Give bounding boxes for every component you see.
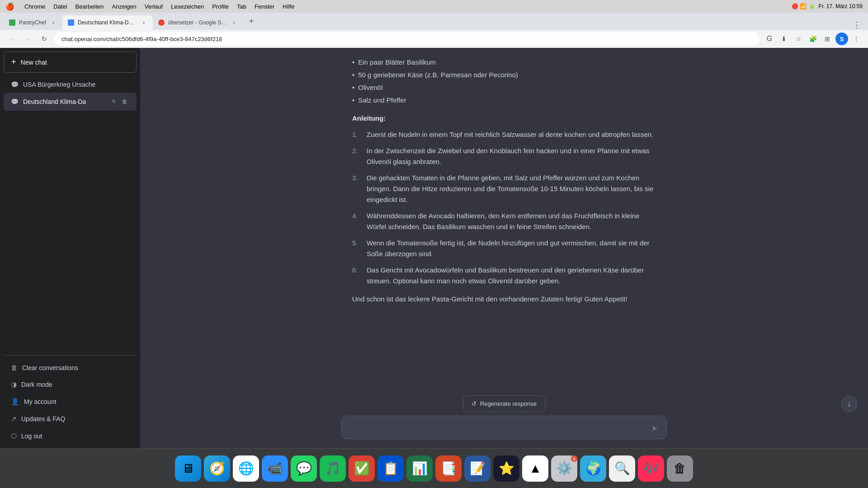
new-chat-button[interactable]: + New chat (4, 52, 137, 73)
chat-title-klima: Deutschland Klima-Da (23, 98, 105, 105)
dock-chrome[interactable]: 🌐 (233, 455, 259, 482)
dock-spotlight[interactable]: 🔍 (609, 455, 635, 482)
list-item: Salz und Pfeffer (352, 95, 656, 106)
step-num-5: 5. (352, 238, 361, 249)
menu-anzeigen[interactable]: Anzeigen (112, 3, 137, 10)
step-2: 2. In der Zwischenzeit die Zwiebel und d… (352, 145, 656, 167)
tab-close-google[interactable]: × (231, 19, 238, 26)
dock-zoom[interactable]: 📹 (262, 455, 288, 482)
step-text-5: Wenn die Tomatensoße fertig ist, die Nud… (367, 238, 656, 259)
updates-faq-button[interactable]: ↗ Updates & FAQ (4, 410, 137, 427)
menu-bearbeiten[interactable]: Bearbeiten (75, 3, 104, 10)
back-button[interactable]: ← (5, 33, 18, 45)
step-num-4: 4. (352, 211, 361, 221)
edit-chat-button[interactable]: ✎ (109, 97, 118, 106)
dock-system-preferences[interactable]: ⚙️ 1 (551, 455, 577, 482)
step-num-1: 1. (352, 129, 361, 140)
dock-todoist[interactable]: ✅ (349, 455, 375, 482)
grid-icon[interactable]: ⊞ (821, 33, 834, 45)
chat-area: Ein paar Blätter Basilikum 50 g gerieben… (140, 48, 868, 448)
section-title-anleitung: Anleitung: (352, 113, 656, 124)
scroll-to-bottom-button[interactable]: ↓ (841, 396, 857, 412)
tab-klima[interactable]: Deutschland Klima-Daten. × (62, 15, 153, 30)
dock-whatsapp[interactable]: 💬 (291, 455, 317, 482)
profile-button[interactable]: S (835, 33, 848, 45)
steps-list: 1. Zuerst die Nudeln in einem Topf mit r… (352, 129, 656, 286)
step-1: 1. Zuerst die Nudeln in einem Topf mit r… (352, 129, 656, 140)
dock-trello[interactable]: 📋 (377, 455, 404, 482)
chat-messages[interactable]: Ein paar Blätter Basilikum 50 g gerieben… (140, 48, 868, 390)
forward-button[interactable]: → (22, 33, 34, 45)
dock-spotify[interactable]: 🎵 (320, 455, 346, 482)
delete-chat-button[interactable]: 🗑 (120, 97, 129, 106)
dock-trash[interactable]: 🗑 (667, 455, 693, 482)
list-item: Ein paar Blätter Basilikum (352, 57, 656, 68)
new-tab-button[interactable]: + (245, 15, 258, 28)
extension-icon[interactable]: 🧩 (807, 33, 819, 45)
scroll-down-icon: ↓ (847, 400, 851, 408)
input-area: ↺ Regenerate response ➤ (140, 390, 868, 448)
apple-logo[interactable]: 🍎 (5, 2, 14, 11)
send-button[interactable]: ➤ (647, 421, 661, 436)
chat-input[interactable] (341, 416, 667, 439)
dark-mode-icon: ◑ (11, 380, 17, 389)
dock-excel[interactable]: 📊 (406, 455, 433, 482)
menu-dots-icon[interactable]: ⋮ (850, 33, 863, 45)
chat-item-klima[interactable]: 💬 Deutschland Klima-Da ✎ 🗑 (4, 93, 137, 111)
address-bar: ← → ↻ chat.openai.com/chat/c506dfd6-4f9a… (0, 30, 868, 48)
dock-badge-settings: 1 (571, 455, 577, 462)
tab-title-pantry: PantryChef (19, 19, 46, 26)
message-content: Ein paar Blätter Basilikum 50 g gerieben… (341, 57, 667, 305)
clear-conversations-button[interactable]: 🗑 Clear conversations (4, 359, 137, 376)
dock-star-app[interactable]: ⭐ (493, 455, 519, 482)
dock-word[interactable]: 📝 (464, 455, 491, 482)
browser-chrome: PantryChef × Deutschland Klima-Daten. × … (0, 13, 868, 48)
tab-pantry-chef[interactable]: PantryChef × (4, 15, 62, 30)
menu-datei[interactable]: Datei (53, 3, 67, 10)
star-icon[interactable]: ☆ (792, 33, 805, 45)
tab-menu-button[interactable]: ⋮ (853, 20, 864, 30)
reload-button[interactable]: ↻ (38, 33, 51, 45)
google-icon[interactable]: G (763, 33, 776, 45)
dock-powerpoint[interactable]: 📑 (435, 455, 462, 482)
address-bar-actions: G ⬇ ☆ 🧩 ⊞ S ⋮ (763, 33, 863, 45)
dock-music[interactable]: 🎶 (638, 455, 664, 482)
menu-profile[interactable]: Profile (212, 3, 229, 10)
tab-close-pantry[interactable]: × (50, 19, 57, 26)
system-icons: 🔴 📶 🔋 (792, 3, 815, 9)
dock-safari[interactable]: 🧭 (204, 455, 230, 482)
dock-globe[interactable]: 🌍 (580, 455, 606, 482)
step-text-2: In der Zwischenzeit die Zwiebel und den … (367, 145, 656, 167)
dock-drive[interactable]: ▲ (522, 455, 548, 482)
menu-verlauf[interactable]: Verlauf (145, 3, 163, 10)
step-text-3: Die gehackten Tomaten in die Pfanne gebe… (367, 173, 656, 205)
menu-bar: 🍎 Chrome Datei Bearbeiten Anzeigen Verla… (0, 0, 868, 13)
chat-icon-klima: 💬 (11, 98, 19, 105)
menu-chrome[interactable]: Chrome (24, 3, 45, 10)
dark-mode-button[interactable]: ◑ Dark mode (4, 376, 137, 393)
logout-icon: ⬡ (11, 432, 17, 440)
list-item: Olivenöl (352, 82, 656, 93)
dock-finder[interactable]: 🖥 (175, 455, 201, 482)
bullet-text-1: Ein paar Blätter Basilikum (358, 57, 436, 68)
download-icon[interactable]: ⬇ (778, 33, 790, 45)
trash-icon: 🗑 (11, 364, 18, 371)
menu-bar-right: 🔴 📶 🔋 Fr. 17. März 10:59 (792, 3, 863, 9)
regenerate-button[interactable]: ↺ Regenerate response (463, 395, 545, 412)
step-text-4: Währenddessen die Avocado halbieren, den… (367, 211, 656, 232)
log-out-button[interactable]: ⬡ Log out (4, 427, 137, 445)
menu-hilfe[interactable]: Hilfe (283, 3, 294, 10)
tab-google[interactable]: übersetzer - Google Suche × (153, 15, 243, 30)
menu-tab[interactable]: Tab (237, 3, 246, 10)
sidebar: + New chat 💬 USA Bürgerkrieg Ursache 💬 D… (0, 48, 140, 448)
tab-close-klima[interactable]: × (140, 19, 147, 26)
menu-fenster[interactable]: Fenster (255, 3, 274, 10)
regenerate-container: ↺ Regenerate response (341, 395, 667, 412)
chat-item-usa[interactable]: 💬 USA Bürgerkrieg Ursache (4, 76, 137, 93)
menu-lesezeichen[interactable]: Lesezeichen (171, 3, 204, 10)
tab-favicon-pantry (9, 19, 15, 26)
ingredient-list: Ein paar Blätter Basilikum 50 g gerieben… (352, 57, 656, 106)
chat-list: 💬 USA Bürgerkrieg Ursache 💬 Deutschland … (4, 75, 137, 355)
address-input[interactable]: chat.openai.com/chat/c506dfd6-4f9a-40ff-… (54, 32, 760, 46)
my-account-button[interactable]: 👤 My account (4, 393, 137, 410)
